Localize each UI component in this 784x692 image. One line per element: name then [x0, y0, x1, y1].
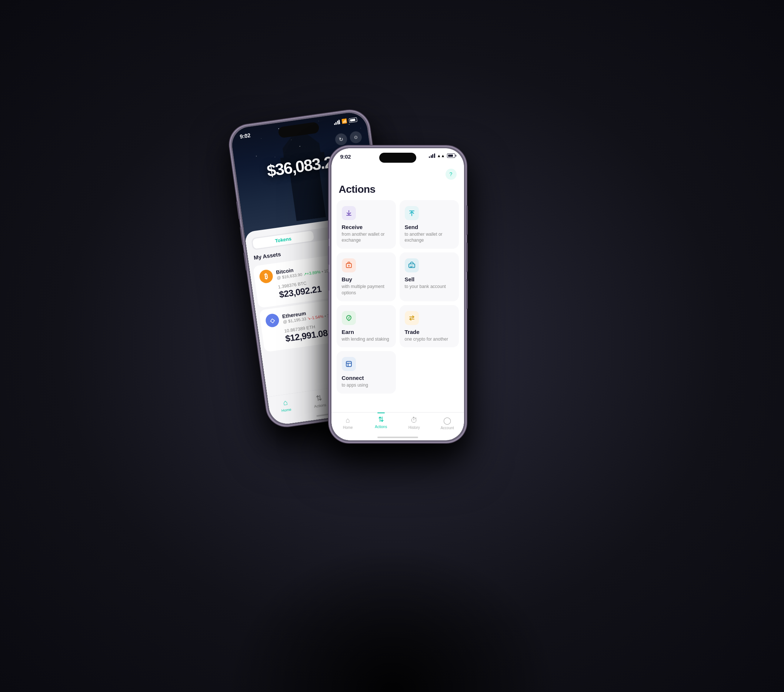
receive-name: Receive: [342, 224, 391, 230]
trade-name: Trade: [405, 329, 454, 335]
connect-icon: [342, 357, 356, 371]
battery-icon-back: [349, 117, 357, 123]
front-phone: 9:02 ▲▲: [329, 146, 466, 443]
buy-name: Buy: [342, 276, 391, 282]
signal-icon-front: [429, 154, 435, 158]
nav-actions-front[interactable]: ⇅ Actions: [364, 416, 398, 429]
sell-name: Sell: [405, 276, 454, 282]
nav-history-front[interactable]: ⏱ History: [398, 416, 431, 429]
nav-account-front[interactable]: ◯ Account: [431, 416, 464, 430]
assets-title: My Assets: [253, 251, 281, 261]
bottom-nav-front: ⌂ Home ⇅ Actions ⏱ History ◯ Account: [331, 412, 464, 440]
action-earn[interactable]: Earn with lending and staking: [337, 305, 396, 348]
home-indicator-front: [377, 437, 418, 438]
account-icon-front: ◯: [443, 416, 451, 425]
nav-home-front[interactable]: ⌂ Home: [331, 416, 365, 429]
trade-icon: [405, 311, 419, 325]
home-icon-back: ⌂: [282, 398, 288, 407]
connect-name: Connect: [342, 375, 391, 381]
wallet-btn-1[interactable]: ↻: [334, 132, 348, 146]
status-time-back: 9:02: [239, 132, 251, 140]
send-desc: to another wallet or exchange: [405, 231, 454, 244]
earn-desc: with lending and staking: [342, 336, 391, 342]
dynamic-island-front: [379, 153, 416, 163]
receive-icon: [342, 206, 356, 220]
nav-actions-label-front: Actions: [375, 425, 387, 429]
action-connect[interactable]: Connect to apps using: [337, 351, 396, 394]
nav-history-label-front: History: [408, 426, 420, 429]
page-title: Actions: [339, 183, 376, 195]
actions-grid: Receive from another wallet or exchange …: [337, 200, 459, 394]
earn-name: Earn: [342, 329, 391, 335]
help-icon[interactable]: ?: [446, 168, 456, 180]
bitcoin-logo: ₿: [259, 269, 274, 284]
wifi-icon-front: ▲▲: [437, 154, 445, 158]
wifi-icon-back: 📶: [341, 118, 348, 124]
trade-desc: one crypto for another: [405, 336, 454, 342]
actions-icon-back: ⇅: [315, 393, 323, 403]
status-icons-back: 📶: [333, 117, 357, 125]
home-icon-front: ⌂: [346, 416, 350, 424]
status-time-front: 9:02: [340, 154, 351, 160]
nav-home-label-front: Home: [343, 426, 353, 429]
svg-rect-3: [346, 362, 351, 367]
nav-home-label-back: Home: [281, 407, 292, 413]
action-send[interactable]: Send to another wallet or exchange: [400, 200, 459, 249]
phones-container: 9:02 📶: [226, 87, 559, 606]
signal-icon: [333, 120, 340, 125]
battery-icon-front: [447, 154, 455, 158]
connect-desc: to apps using: [342, 382, 391, 388]
svg-point-1: [348, 265, 349, 266]
sell-icon: [405, 258, 419, 273]
action-trade[interactable]: Trade one crypto for another: [400, 305, 459, 348]
actions-icon-front: ⇅: [378, 415, 384, 424]
history-icon-front: ⏱: [411, 416, 418, 424]
ethereum-logo: ◇: [265, 313, 280, 328]
buy-desc: with multiple payment options: [342, 284, 391, 296]
action-receive[interactable]: Receive from another wallet or exchange: [337, 200, 396, 249]
nav-actions-label-back: Actions: [314, 403, 326, 408]
earn-icon: [342, 311, 356, 325]
sell-desc: to your bank account: [405, 284, 454, 290]
nav-account-label-front: Account: [441, 426, 454, 430]
buy-icon: [342, 258, 356, 273]
status-icons-front: ▲▲: [429, 154, 455, 158]
action-sell[interactable]: Sell to your bank account: [400, 253, 459, 301]
action-buy[interactable]: Buy with multiple payment options: [337, 253, 396, 301]
receive-desc: from another wallet or exchange: [342, 231, 391, 244]
wallet-btn-2[interactable]: ⊙: [349, 130, 362, 144]
send-name: Send: [405, 224, 454, 230]
send-icon: [405, 206, 419, 220]
nav-home-back[interactable]: ⌂ Home: [268, 396, 303, 414]
